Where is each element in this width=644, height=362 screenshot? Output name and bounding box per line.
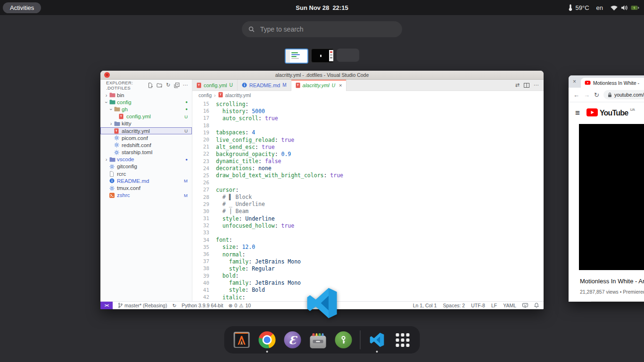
yaml-file-icon	[114, 128, 119, 134]
tree-item-vscode[interactable]: ›vscode●	[100, 156, 192, 163]
open-changes-icon[interactable]: ⇄	[515, 82, 520, 88]
branch-status[interactable]: master* (Rebasing)	[118, 303, 167, 308]
line-number: 25	[192, 173, 209, 179]
tree-item-README.md[interactable]: README.mdM	[100, 177, 192, 184]
tree-item-kitty[interactable]: ›kitty	[100, 120, 192, 127]
line-number: 21	[192, 144, 209, 150]
editor-content[interactable]: 15scrolling:16 history: 500017 auto_scro…	[192, 99, 544, 301]
video-player[interactable]	[579, 124, 644, 270]
browser-tab[interactable]: Motionless In White -	[581, 78, 644, 88]
vscode-window: × alacritty.yml - .dotfiles - Visual Stu…	[100, 71, 544, 309]
tree-item-bin[interactable]: ›bin	[100, 91, 192, 99]
vscode-logo	[306, 287, 338, 319]
vscode-window-badge[interactable]	[306, 287, 338, 319]
tree-item-zshrc[interactable]: zshrcM	[100, 192, 192, 199]
workspace-thumbnail-active[interactable]	[285, 49, 308, 64]
indentation[interactable]: Spaces: 2	[443, 303, 465, 308]
dock-passwords[interactable]	[335, 331, 353, 349]
activities-button[interactable]: Activities	[3, 2, 41, 13]
close-button[interactable]: ×	[573, 78, 576, 85]
code-line-39: 39 bold:	[192, 272, 544, 280]
keyboard-layout[interactable]: en	[596, 4, 603, 11]
mini-line	[291, 52, 298, 53]
mini-line	[291, 56, 297, 57]
back-button[interactable]: ←	[573, 91, 579, 99]
more-actions-icon[interactable]: ⋯	[183, 82, 188, 88]
reload-button[interactable]: ↻	[594, 91, 599, 99]
tree-item-gitconfig[interactable]: gitconfig	[100, 163, 192, 170]
remote-indicator[interactable]: ><	[100, 302, 113, 309]
clock[interactable]: Sun Nov 28 22:15	[296, 4, 348, 11]
tree-item-starship.toml[interactable]: starship.toml	[100, 149, 192, 156]
folder-icon	[109, 99, 116, 105]
git-badge: U	[184, 114, 188, 119]
editor-tab-README.md[interactable]: README.mdM	[238, 80, 291, 90]
more-actions-icon[interactable]: ⋯	[534, 82, 539, 88]
gear-icon	[114, 150, 119, 155]
new-folder-icon[interactable]	[157, 82, 163, 88]
system-indicators[interactable]	[610, 5, 639, 11]
breadcrumb[interactable]: config › alacritty.yml	[192, 91, 544, 99]
workspace-thumbnail-new[interactable]	[337, 49, 359, 62]
lock-icon	[608, 92, 612, 98]
tree-item-label: rcrc	[117, 171, 126, 177]
tab-close-icon[interactable]: ×	[339, 82, 342, 88]
temperature-indicator: 59°C	[569, 4, 589, 11]
eol[interactable]: LF	[491, 303, 497, 308]
tree-item-picom.conf[interactable]: picom.conf	[100, 134, 192, 141]
problems-status[interactable]: ⊗0⚠10	[228, 303, 251, 308]
address-bar[interactable]: youtube.com/wa	[603, 90, 644, 99]
dock-emacs[interactable]: Ɛ	[284, 331, 302, 349]
tree-item-label: vscode	[117, 156, 134, 162]
hamburger-menu-icon[interactable]: ≡	[575, 108, 580, 118]
chevron-icon: ›	[104, 99, 109, 105]
tree-item-tmux.conf[interactable]: tmux.conf	[100, 184, 192, 191]
dock-code[interactable]	[368, 331, 386, 349]
encoding[interactable]: UTF-8	[471, 303, 485, 308]
dock-files[interactable]	[309, 331, 327, 349]
refresh-icon[interactable]: ↻	[166, 82, 171, 88]
vscode-titlebar[interactable]: × alacritty.yml - .dotfiles - Visual Stu…	[100, 71, 544, 80]
dock-chrome[interactable]	[258, 331, 276, 349]
code-line-20: 20live_config_reload: true	[192, 136, 544, 143]
workspace-thumbnail-2[interactable]	[311, 49, 334, 63]
new-file-icon[interactable]	[148, 82, 153, 88]
breadcrumb-folder[interactable]: config	[198, 92, 212, 98]
language-mode[interactable]: YAML	[503, 303, 516, 308]
split-editor-icon[interactable]	[524, 83, 529, 88]
dock-app-grid[interactable]	[394, 331, 412, 349]
dock-alacritty[interactable]	[233, 331, 251, 349]
line-number: 34	[192, 237, 209, 243]
breadcrumb-file[interactable]: alacritty.yml	[225, 92, 251, 98]
wifi-icon	[610, 5, 618, 11]
overview-search[interactable]	[242, 21, 402, 37]
line-number: 31	[192, 215, 209, 222]
tree-item-rcrc[interactable]: rcrc	[100, 170, 192, 177]
forward-button[interactable]: →	[584, 91, 590, 99]
tree-item-config[interactable]: ›config●	[100, 99, 192, 106]
emacs-icon: Ɛ	[284, 331, 301, 348]
search-input[interactable]	[259, 25, 396, 33]
code-line-21: 21alt_send_esc: true	[192, 143, 544, 150]
editor-tab-config.yml[interactable]: config.ymlU	[192, 80, 238, 90]
collapse-all-icon[interactable]	[174, 82, 180, 88]
sync-icon[interactable]: ↻	[172, 303, 176, 308]
chrome-icon	[259, 331, 276, 348]
tree-item-redshift.conf[interactable]: redshift.conf	[100, 141, 192, 148]
tree-item-alacritty.yml[interactable]: alacritty.ymlU	[100, 127, 192, 134]
code-line-31: 31 style: Underline	[192, 215, 544, 222]
tree-item-gh[interactable]: ›gh●	[100, 106, 192, 113]
top-bar: Activities Sun Nov 28 22:15 59°C en	[0, 0, 644, 15]
feedback-icon[interactable]	[522, 303, 528, 308]
info-icon	[109, 178, 115, 183]
tab-git-flag: U	[332, 83, 335, 88]
editor-tab-alacritty.yml[interactable]: alacritty.ymlU×	[291, 80, 347, 91]
chrome-window: × Motionless In White - ← → ↻ youtube.co…	[569, 75, 644, 302]
error-icon: ⊗	[228, 303, 232, 308]
tree-item-config.yml[interactable]: config.ymlU	[100, 113, 192, 120]
python-interpreter[interactable]: Python 3.9.9 64-bit	[182, 303, 223, 308]
cursor-position[interactable]: Ln 1, Col 1	[413, 303, 437, 308]
youtube-logo[interactable]: YouTube UA	[586, 108, 635, 118]
close-button[interactable]: ×	[104, 72, 110, 78]
notifications-bell[interactable]	[534, 303, 539, 308]
